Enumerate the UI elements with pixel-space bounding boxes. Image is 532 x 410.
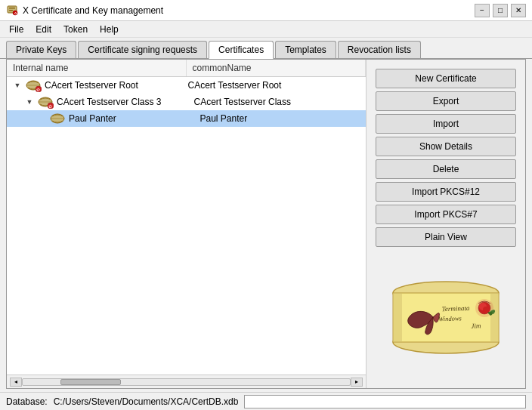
title-bar-text: X Certificate and Key management [23, 5, 163, 16]
toggle-spacer-3 [37, 114, 46, 123]
scroll-left-btn[interactable]: ◂ [10, 378, 22, 387]
tree-cell-name-3: Paul Panter [10, 112, 200, 125]
title-bar: ✿ X Certificate and Key management − □ ✕ [0, 0, 532, 21]
svg-text:✿: ✿ [36, 88, 40, 92]
logo-area: Terminata Windows Jim [376, 256, 516, 379]
tree-row-1-cn: CAcert Testserver Root [188, 80, 282, 91]
status-path: C:/Users/Steven/Documents/XCA/CertDB.xdb [54, 396, 239, 407]
title-bar-controls[interactable]: − □ ✕ [475, 4, 526, 17]
col-internal-name: Internal name [7, 60, 187, 76]
delete-button[interactable]: Delete [376, 159, 516, 179]
button-panel: New Certificate Export Import Show Detai… [367, 60, 525, 388]
import-pkcs12-button[interactable]: Import PKCS#12 [376, 182, 516, 202]
tab-csr[interactable]: Certificate signing requests [78, 41, 207, 58]
minimize-button[interactable]: − [475, 4, 490, 17]
show-details-button[interactable]: Show Details [376, 137, 516, 156]
menu-file[interactable]: File [3, 23, 29, 36]
export-button[interactable]: Export [376, 91, 516, 111]
scrollbar-track[interactable] [22, 378, 351, 386]
cert-icon-1: ✿ [25, 79, 42, 92]
tree-row[interactable]: ▼ ✿ CAcert Testserver Root [7, 77, 366, 94]
col-common-name: commonName [187, 60, 367, 76]
tab-certificates[interactable]: Certificates [209, 41, 274, 59]
scrollbar-area: ◂ ▸ [7, 375, 366, 388]
svg-text:Jim: Jim [471, 322, 481, 329]
tree-row-2-cn: CAcert Testserver Class [194, 97, 291, 107]
svg-text:✿: ✿ [48, 104, 52, 109]
new-certificate-button[interactable]: New Certificate [376, 69, 516, 88]
plain-view-button[interactable]: Plain View [376, 227, 516, 247]
cert-icon-2: ✿ [37, 95, 54, 109]
app-icon: ✿ [6, 5, 18, 17]
tree-header: Internal name commonName [7, 60, 366, 77]
tab-private-keys[interactable]: Private Keys [6, 41, 76, 58]
maximize-button[interactable]: □ [493, 4, 508, 17]
status-bar: Database: C:/Users/Steven/Documents/XCA/… [0, 392, 532, 410]
status-input[interactable] [244, 395, 526, 408]
tree-row[interactable]: ▼ ✿ CAcert Testserver Class 3 [7, 94, 366, 110]
menu-bar: File Edit Token Help [0, 21, 532, 38]
import-button[interactable]: Import [376, 114, 516, 134]
status-label: Database: [6, 396, 48, 407]
svg-rect-1 [9, 8, 15, 9]
svg-rect-2 [9, 10, 13, 11]
title-bar-left: ✿ X Certificate and Key management [6, 5, 163, 17]
tree-panel: Internal name commonName ▼ ✿ [7, 60, 367, 388]
tree-cell-common-2: CAcert Testserver Class [194, 97, 363, 107]
tab-revocation[interactable]: Revocation lists [338, 41, 421, 58]
tree-cell-name: ▼ ✿ CAcert Testserver Root [10, 79, 188, 92]
svg-rect-18 [393, 293, 402, 342]
tab-templates[interactable]: Templates [275, 41, 336, 58]
svg-rect-19 [490, 293, 500, 342]
main-content: Internal name commonName ▼ ✿ [6, 59, 526, 389]
menu-token[interactable]: Token [57, 23, 94, 36]
tree-cell-common-1: CAcert Testserver Root [188, 80, 363, 91]
tree-row-selected[interactable]: Paul Panter Paul Panter [7, 110, 366, 127]
scroll-right-btn[interactable]: ▸ [351, 378, 363, 387]
svg-text:Windows: Windows [438, 314, 462, 322]
svg-point-23 [483, 307, 489, 313]
toggle-expand-2[interactable]: ▼ [25, 97, 34, 106]
menu-edit[interactable]: Edit [29, 23, 57, 36]
tree-cell-name-2: ▼ ✿ CAcert Testserver Class 3 [10, 95, 194, 109]
tree-row-1-name: CAcert Testserver Root [45, 80, 138, 91]
toggle-expand-1[interactable]: ▼ [13, 81, 22, 90]
tree-cell-common-3: Paul Panter [200, 113, 363, 124]
cert-icon-3 [49, 112, 66, 125]
tree-row-2-name: CAcert Testserver Class 3 [57, 97, 162, 107]
tree-row-3-cn: Paul Panter [200, 113, 248, 124]
close-button[interactable]: ✕ [511, 4, 526, 17]
scrollbar-thumb[interactable] [60, 379, 121, 385]
menu-help[interactable]: Help [94, 23, 125, 36]
tree-row-3-name: Paul Panter [69, 113, 116, 124]
import-pkcs7-button[interactable]: Import PKCS#7 [376, 205, 516, 224]
svg-text:Terminata: Terminata [441, 304, 470, 313]
tree-body: ▼ ✿ CAcert Testserver Root [7, 77, 366, 375]
xca-logo: Terminata Windows Jim [388, 278, 505, 357]
tab-bar: Private Keys Certificate signing request… [0, 38, 532, 59]
